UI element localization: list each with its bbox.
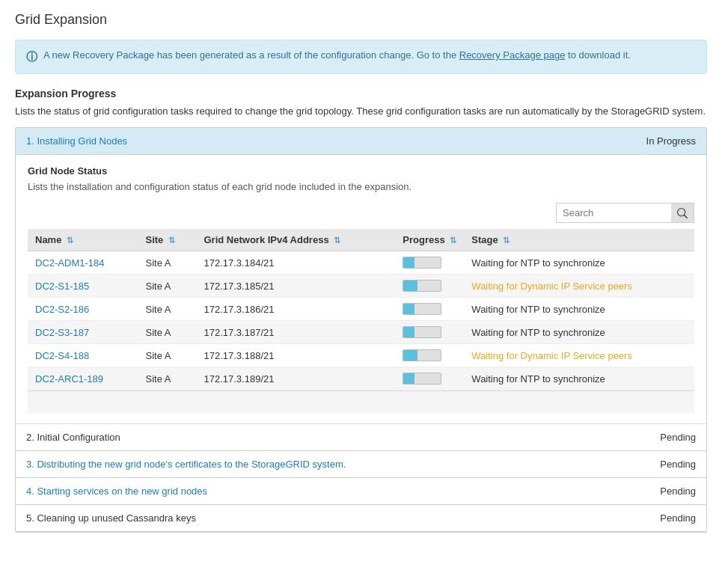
cell-progress — [395, 298, 464, 321]
progress-bar-outer — [403, 349, 441, 361]
col-name: Name ⇅ — [28, 229, 138, 251]
recovery-package-link[interactable]: Recovery Package page — [459, 49, 566, 61]
node-link[interactable]: DC2-ADM1-184 — [35, 257, 104, 269]
cell-progress — [395, 251, 464, 275]
pending-steps: 2. Initial Configuration Pending 3. Dist… — [16, 424, 706, 532]
cell-stage: Waiting for NTP to synchronize — [464, 251, 694, 275]
cell-name: DC2-S2-186 — [28, 298, 138, 321]
progress-bar-outer — [403, 257, 441, 269]
cell-site: Site A — [138, 298, 197, 321]
table-row: DC2-ADM1-184 Site A 172.17.3.184/21 Wait… — [28, 251, 694, 275]
cell-ip: 172.17.3.187/21 — [196, 321, 395, 344]
search-input-wrapper — [556, 203, 694, 223]
progress-bar-inner — [403, 281, 417, 291]
page-title: Grid Expansion — [15, 12, 707, 28]
cell-name: DC2-S4-188 — [28, 344, 138, 367]
cell-stage: Waiting for Dynamic IP Service peers — [464, 344, 694, 367]
progress-bar-inner — [403, 257, 414, 268]
step-label: 5. Cleaning up unused Cassandra keys — [26, 512, 196, 524]
grid-node-table: Name ⇅ Site ⇅ Grid Network IPv4 Address … — [28, 229, 694, 391]
cell-progress — [395, 344, 464, 367]
col-progress: Progress ⇅ — [395, 229, 464, 251]
cell-progress — [395, 275, 464, 298]
table-row: DC2-ARC1-189 Site A 172.17.3.189/21 Wait… — [28, 367, 694, 391]
progress-bar-outer — [403, 303, 441, 315]
col-ip: Grid Network IPv4 Address ⇅ — [196, 229, 395, 251]
col-stage: Stage ⇅ — [464, 229, 694, 251]
pending-step-2: 2. Initial Configuration Pending — [16, 424, 706, 451]
step1-label[interactable]: 1. Installing Grid Nodes — [26, 135, 127, 147]
cell-site: Site A — [138, 344, 197, 367]
sort-icon-name[interactable]: ⇅ — [67, 236, 73, 245]
step1-status: In Progress — [646, 135, 696, 147]
step-label[interactable]: 3. Distributing the new grid node's cert… — [26, 459, 346, 470]
node-link[interactable]: DC2-S2-186 — [35, 304, 89, 315]
progress-bar-outer — [403, 280, 441, 292]
progress-bar-inner — [403, 304, 414, 314]
node-link[interactable]: DC2-S4-188 — [35, 350, 89, 361]
cell-stage: Waiting for NTP to synchronize — [464, 321, 694, 344]
expansion-container: 1. Installing Grid Nodes In Progress Gri… — [15, 127, 707, 533]
pending-step-5: 5. Cleaning up unused Cassandra keys Pen… — [16, 505, 706, 532]
sort-icon-ip[interactable]: ⇅ — [334, 236, 340, 245]
step-label: 2. Initial Configuration — [26, 432, 120, 443]
cell-ip: 172.17.3.188/21 — [196, 344, 395, 367]
step-label[interactable]: 4. Starting services on the new grid nod… — [26, 486, 207, 497]
pending-step-4: 4. Starting services on the new grid nod… — [16, 478, 706, 505]
cell-stage: Waiting for Dynamic IP Service peers — [464, 275, 694, 298]
col-site: Site ⇅ — [138, 229, 197, 251]
cell-name: DC2-ADM1-184 — [28, 251, 138, 275]
table-row: DC2-S2-186 Site A 172.17.3.186/21 Waitin… — [28, 298, 694, 321]
cell-stage: Waiting for NTP to synchronize — [464, 367, 694, 391]
cell-progress — [395, 321, 464, 344]
expansion-progress-desc: Lists the status of grid configuration t… — [15, 104, 707, 119]
cell-name: DC2-S1-185 — [28, 275, 138, 298]
sort-icon-progress[interactable]: ⇅ — [450, 236, 456, 245]
banner-text: A new Recovery Package has been generate… — [43, 48, 631, 63]
cell-name: DC2-S3-187 — [28, 321, 138, 344]
cell-stage: Waiting for NTP to synchronize — [464, 298, 694, 321]
node-link[interactable]: DC2-S3-187 — [35, 327, 89, 338]
expansion-progress-title: Expansion Progress — [15, 88, 707, 99]
table-row: DC2-S1-185 Site A 172.17.3.185/21 Waitin… — [28, 275, 694, 298]
sort-icon-stage[interactable]: ⇅ — [503, 236, 510, 245]
info-banner: ⓘ A new Recovery Package has been genera… — [15, 40, 707, 74]
progress-bar-outer — [403, 326, 441, 338]
step-status: Pending — [660, 486, 696, 497]
step-status: Pending — [660, 432, 696, 443]
table-body: DC2-ADM1-184 Site A 172.17.3.184/21 Wait… — [28, 251, 694, 391]
search-button[interactable] — [671, 203, 694, 223]
cell-ip: 172.17.3.186/21 — [196, 298, 395, 321]
progress-bar-outer — [403, 373, 441, 385]
search-icon — [677, 208, 688, 218]
step1-header: 1. Installing Grid Nodes In Progress — [16, 128, 706, 155]
grid-node-status-desc: Lists the installation and configuration… — [28, 181, 694, 192]
pending-step-3: 3. Distributing the new grid node's cert… — [16, 451, 706, 478]
cell-ip: 172.17.3.184/21 — [196, 251, 395, 275]
cell-site: Site A — [138, 367, 197, 391]
search-bar — [28, 203, 694, 223]
table-header-row: Name ⇅ Site ⇅ Grid Network IPv4 Address … — [28, 229, 694, 251]
cell-ip: 172.17.3.185/21 — [196, 275, 395, 298]
table-row: DC2-S3-187 Site A 172.17.3.187/21 Waitin… — [28, 321, 694, 344]
progress-bar-inner — [403, 327, 414, 337]
table-row: DC2-S4-188 Site A 172.17.3.188/21 Waitin… — [28, 344, 694, 367]
progress-bar-inner — [403, 373, 414, 384]
cell-name: DC2-ARC1-189 — [28, 367, 138, 391]
step-status: Pending — [660, 512, 696, 524]
table-footer — [28, 391, 694, 413]
cell-ip: 172.17.3.189/21 — [196, 367, 395, 391]
cell-site: Site A — [138, 275, 197, 298]
cell-site: Site A — [138, 321, 197, 344]
cell-site: Site A — [138, 251, 197, 275]
sort-icon-site[interactable]: ⇅ — [168, 236, 175, 245]
node-link[interactable]: DC2-ARC1-189 — [35, 373, 103, 385]
progress-bar-inner — [403, 350, 417, 361]
node-link[interactable]: DC2-S1-185 — [35, 281, 89, 292]
step-status: Pending — [660, 459, 696, 470]
grid-node-section: Grid Node Status Lists the installation … — [16, 155, 706, 424]
grid-node-status-title: Grid Node Status — [28, 165, 694, 177]
cell-progress — [395, 367, 464, 391]
info-icon: ⓘ — [26, 49, 37, 66]
